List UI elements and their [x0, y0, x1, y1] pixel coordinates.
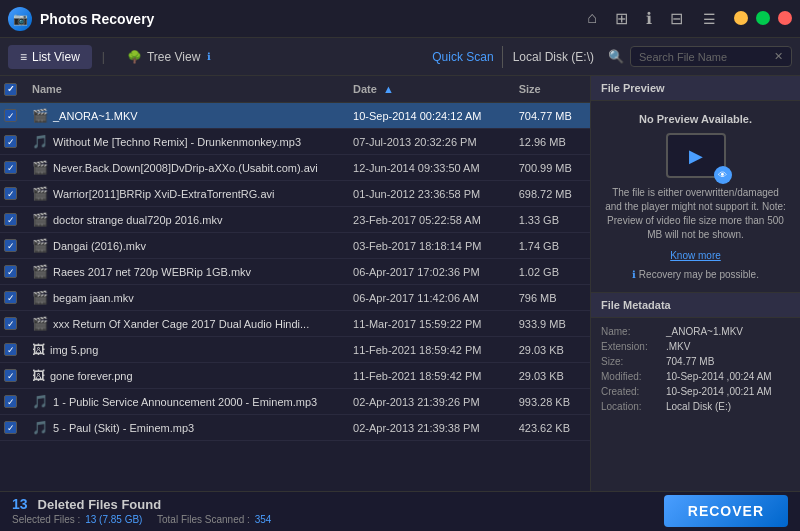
meta-size: Size: 704.77 MB [601, 356, 790, 367]
row-checkbox[interactable]: ✓ [4, 369, 17, 382]
row-checkbox-cell[interactable]: ✓ [0, 337, 24, 363]
row-checkbox-cell[interactable]: ✓ [0, 129, 24, 155]
row-checkbox-cell[interactable]: ✓ [0, 181, 24, 207]
home-icon[interactable]: ⌂ [587, 9, 597, 28]
search-input[interactable] [639, 51, 769, 63]
file-name: 5 - Paul (Skit) - Eminem.mp3 [53, 422, 194, 434]
row-checkbox[interactable]: ✓ [4, 421, 17, 434]
row-checkbox-cell[interactable]: ✓ [0, 155, 24, 181]
row-size-cell: 29.03 KB [511, 363, 590, 389]
file-name: doctor strange dual720p 2016.mkv [53, 214, 222, 226]
select-all-checkbox[interactable]: ✓ [4, 83, 17, 96]
table-row[interactable]: ✓ 🎵 5 - Paul (Skit) - Eminem.mp3 02-Apr-… [0, 415, 590, 441]
row-checkbox-cell[interactable]: ✓ [0, 233, 24, 259]
file-table-wrapper[interactable]: ✓ Name Date ▲ Size ✓ [0, 76, 590, 491]
file-name: Never.Back.Down[2008]DvDrip-aXXo.(Usabit… [53, 162, 318, 174]
select-all-header[interactable]: ✓ [0, 76, 24, 103]
sort-arrow-icon: ▲ [383, 83, 394, 95]
selected-label: Selected Files : [12, 514, 80, 525]
status-sub: Selected Files : 13 (7.85 GB) Total File… [12, 514, 664, 525]
file-type-icon: 🎬 [32, 212, 48, 227]
maximize-button[interactable]: □ [756, 11, 770, 25]
row-date-cell: 11-Feb-2021 18:59:42 PM [345, 337, 511, 363]
file-name: xxx Return Of Xander Cage 2017 Dual Audi… [53, 318, 309, 330]
table-row[interactable]: ✓ 🎬 _ANORA~1.MKV 10-Sep-2014 00:24:12 AM… [0, 103, 590, 129]
row-date-cell: 06-Apr-2017 17:02:36 PM [345, 259, 511, 285]
row-checkbox-cell[interactable]: ✓ [0, 207, 24, 233]
row-name-cell: 🎬 doctor strange dual720p 2016.mkv [24, 207, 345, 233]
table-row[interactable]: ✓ 🎬 xxx Return Of Xander Cage 2017 Dual … [0, 311, 590, 337]
row-checkbox[interactable]: ✓ [4, 239, 17, 252]
list-view-tab[interactable]: ≡ List View [8, 45, 92, 69]
row-checkbox[interactable]: ✓ [4, 395, 17, 408]
row-size-cell: 1.33 GB [511, 207, 590, 233]
meta-ext-label: Extension: [601, 341, 666, 352]
row-checkbox[interactable]: ✓ [4, 317, 17, 330]
quick-scan-button[interactable]: Quick Scan [424, 46, 502, 68]
hamburger-icon[interactable]: ☰ [703, 11, 716, 27]
row-checkbox-cell[interactable]: ✓ [0, 285, 24, 311]
row-size-cell: 796 MB [511, 285, 590, 311]
preview-message: The file is either overwritten/damaged a… [603, 186, 788, 242]
table-row[interactable]: ✓ 🖼 img 5.png 11-Feb-2021 18:59:42 PM 29… [0, 337, 590, 363]
row-date-cell: 11-Feb-2021 18:59:42 PM [345, 363, 511, 389]
metadata-section: Name: _ANORA~1.MKV Extension: .MKV Size:… [591, 318, 800, 491]
grid-icon[interactable]: ⊞ [615, 9, 628, 28]
table-row[interactable]: ✓ 🎬 Warrior[2011]BRRip XviD-ExtraTorrent… [0, 181, 590, 207]
search-close-icon[interactable]: ✕ [774, 50, 783, 63]
file-name: gone forever.png [50, 370, 133, 382]
row-checkbox-cell[interactable]: ✓ [0, 311, 24, 337]
file-table: ✓ Name Date ▲ Size ✓ [0, 76, 590, 441]
info-icon[interactable]: ℹ [646, 9, 652, 28]
row-checkbox-cell[interactable]: ✓ [0, 363, 24, 389]
table-row[interactable]: ✓ 🎵 Without Me [Techno Remix] - Drunkenm… [0, 129, 590, 155]
row-checkbox[interactable]: ✓ [4, 291, 17, 304]
row-name-cell: 🎵 1 - Public Service Announcement 2000 -… [24, 389, 345, 415]
row-checkbox[interactable]: ✓ [4, 213, 17, 226]
preview-know-more-link[interactable]: Know more [670, 250, 721, 261]
row-checkbox[interactable]: ✓ [4, 343, 17, 356]
table-row[interactable]: ✓ 🎬 Never.Back.Down[2008]DvDrip-aXXo.(Us… [0, 155, 590, 181]
table-row[interactable]: ✓ 🖼 gone forever.png 11-Feb-2021 18:59:4… [0, 363, 590, 389]
row-checkbox-cell[interactable]: ✓ [0, 389, 24, 415]
table-row[interactable]: ✓ 🎬 Dangai (2016).mkv 03-Feb-2017 18:18:… [0, 233, 590, 259]
meta-location-value: Local Disk (E:) [666, 401, 731, 412]
file-name: _ANORA~1.MKV [53, 110, 138, 122]
row-date-cell: 02-Apr-2013 21:39:38 PM [345, 415, 511, 441]
file-type-icon: 🎬 [32, 186, 48, 201]
row-checkbox-cell[interactable]: ✓ [0, 259, 24, 285]
apps-icon[interactable]: ⊟ [670, 9, 683, 28]
row-checkbox[interactable]: ✓ [4, 161, 17, 174]
row-name-cell: 🎬 Dangai (2016).mkv [24, 233, 345, 259]
search-box[interactable]: ✕ [630, 46, 792, 67]
row-date-cell: 10-Sep-2014 00:24:12 AM [345, 103, 511, 129]
date-column-header[interactable]: Date ▲ [345, 76, 511, 103]
file-type-icon: 🎬 [32, 264, 48, 279]
file-type-icon: 🎬 [32, 108, 48, 123]
row-checkbox[interactable]: ✓ [4, 265, 17, 278]
name-column-header[interactable]: Name [24, 76, 345, 103]
size-column-header[interactable]: Size [511, 76, 590, 103]
row-checkbox[interactable]: ✓ [4, 135, 17, 148]
row-size-cell: 29.03 KB [511, 337, 590, 363]
tree-view-tab[interactable]: 🌳 Tree View ℹ [115, 45, 223, 69]
row-name-cell: 🖼 img 5.png [24, 337, 345, 363]
minimize-button[interactable]: — [734, 11, 748, 25]
table-row[interactable]: ✓ 🎬 begam jaan.mkv 06-Apr-2017 11:42:06 … [0, 285, 590, 311]
row-name-cell: 🖼 gone forever.png [24, 363, 345, 389]
local-disk-label: Local Disk (E:\) [513, 50, 594, 64]
preview-panel: File Preview No Preview Available. 👁 The… [590, 76, 800, 491]
row-checkbox-cell[interactable]: ✓ [0, 103, 24, 129]
recover-button[interactable]: RECOVER [664, 495, 788, 527]
table-row[interactable]: ✓ 🎬 Raees 2017 net 720p WEBRip 1GB.mkv 0… [0, 259, 590, 285]
row-name-cell: 🎵 Without Me [Techno Remix] - Drunkenmon… [24, 129, 345, 155]
file-name: Without Me [Techno Remix] - Drunkenmonke… [53, 136, 301, 148]
row-checkbox[interactable]: ✓ [4, 109, 17, 122]
row-checkbox-cell[interactable]: ✓ [0, 415, 24, 441]
row-date-cell: 11-Mar-2017 15:59:22 PM [345, 311, 511, 337]
table-row[interactable]: ✓ 🎵 1 - Public Service Announcement 2000… [0, 389, 590, 415]
statusbar: 13 Deleted Files Found Selected Files : … [0, 491, 800, 529]
table-row[interactable]: ✓ 🎬 doctor strange dual720p 2016.mkv 23-… [0, 207, 590, 233]
row-checkbox[interactable]: ✓ [4, 187, 17, 200]
close-button[interactable]: ✕ [778, 11, 792, 25]
